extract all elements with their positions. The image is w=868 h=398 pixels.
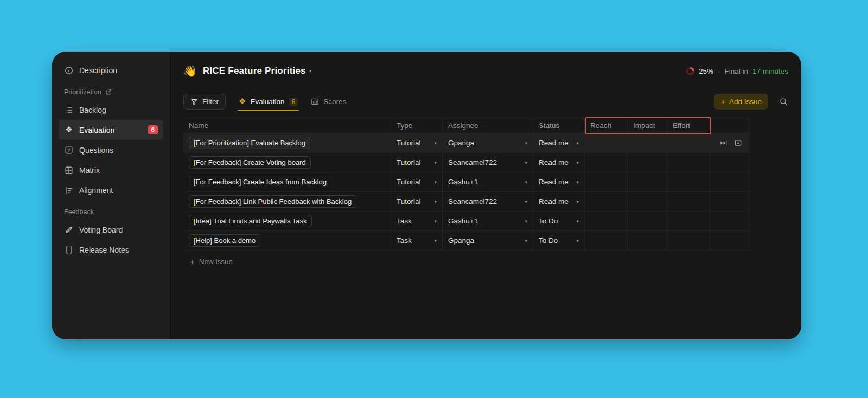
table-row[interactable]: [For Feedback] Create Voting board Tutor… [183,153,749,172]
cell-assignee[interactable]: Gpanga▾ [443,133,533,152]
cell-status[interactable]: Read me▾ [533,172,585,191]
column-header-reach[interactable]: Reach [585,118,628,133]
filter-label: Filter [202,98,219,106]
cell-type[interactable]: Tutorial▾ [391,172,443,191]
main-panel: 👋 RICE Feature Priorities ▾ 25% · Final … [170,52,801,339]
chevron-down-icon: ▾ [576,238,579,243]
cell-reach[interactable] [585,153,628,172]
sidebar-item-matrix[interactable]: Matrix [59,160,163,180]
cell-reach[interactable] [585,192,628,211]
cell-assignee[interactable]: Gpanga▾ [443,231,533,250]
status-value: Read me [539,139,569,147]
cell-impact[interactable] [628,133,667,152]
cell-name[interactable]: [For Feedback] Link Public Feedback with… [183,192,391,211]
sidebar-item-alignment[interactable]: Alignment [59,180,163,200]
cell-name[interactable]: [Idea] Trial Limits and Paywalls Task [183,211,391,230]
sidebar-item-backlog[interactable]: Backlog [59,100,163,120]
cell-effort[interactable] [667,211,711,230]
cell-assignee[interactable]: Seancamel722▾ [443,153,533,172]
evaluation-count-badge: 6 [148,125,158,135]
issue-name-chip[interactable]: [Help] Book a demo [189,234,260,247]
new-issue-button[interactable]: + New issue [190,258,233,266]
table-row[interactable]: [Help] Book a demo Task▾ Gpanga▾ To Do▾ [183,231,749,251]
column-header-name[interactable]: Name [183,118,391,133]
table-row[interactable]: [For Feedback] Create Ideas from Backlog… [183,172,749,192]
cell-impact[interactable] [628,153,667,172]
cell-effort[interactable] [667,192,711,211]
column-header-status[interactable]: Status [533,118,585,133]
chevron-down-icon: ▾ [525,179,527,185]
cell-assignee[interactable]: Seancamel722▾ [443,192,533,211]
tab-scores[interactable]: Scores [311,93,346,111]
issue-name-chip[interactable]: [For Feedback] Create Voting board [189,156,311,169]
cell-effort[interactable] [667,153,711,172]
skip-forward-icon[interactable] [719,139,727,147]
cell-name[interactable]: [For Feedback] Create Voting board [183,153,391,172]
cell-status[interactable]: Read me▾ [533,153,585,172]
diamonds-icon: ❖ [239,98,246,106]
status-value: Read me [539,197,569,206]
cell-type[interactable]: Tutorial▾ [391,133,443,152]
cell-status[interactable]: Read me▾ [533,133,585,152]
grid-icon [64,165,74,175]
column-header-effort[interactable]: Effort [667,118,711,133]
cell-type[interactable]: Task▾ [391,211,443,230]
cell-reach[interactable] [585,172,628,191]
cell-reach[interactable] [585,133,628,152]
sidebar-item-evaluation[interactable]: ❖ Evaluation 6 [59,120,163,140]
cell-name[interactable]: [For Prioritization] Evaluate Backlog [183,133,391,152]
column-header-assignee[interactable]: Assignee [443,118,533,133]
open-external-icon[interactable] [105,89,112,96]
add-issue-button[interactable]: + Add Issue [714,94,768,110]
cell-type[interactable]: Tutorial▾ [391,192,443,211]
cell-effort[interactable] [667,133,711,152]
column-header-blank [711,118,749,133]
cell-actions [711,211,749,230]
cell-type[interactable]: Task▾ [391,231,443,250]
cell-name[interactable]: [Help] Book a demo [183,231,391,250]
sidebar-item-release-notes[interactable]: Release Notes [59,240,163,260]
table-row[interactable]: [For Prioritization] Evaluate Backlog Tu… [183,133,749,153]
sidebar-item-voting-board[interactable]: Voting Board [59,220,163,240]
cell-status[interactable]: To Do▾ [533,211,585,230]
cell-status[interactable]: To Do▾ [533,231,585,250]
cell-reach[interactable] [585,211,628,230]
move-to-box-icon[interactable] [734,139,742,147]
table-row[interactable]: [Idea] Trial Limits and Paywalls Task Ta… [183,211,749,231]
cell-actions [711,231,749,250]
cell-assignee[interactable]: Gashu+1▾ [443,211,533,230]
chevron-down-icon: ▾ [434,160,437,165]
chevron-down-icon: ▾ [576,140,579,146]
cell-type[interactable]: Tutorial▾ [391,153,443,172]
column-header-impact[interactable]: Impact [628,118,667,133]
deadline-time: 17 minutes [752,67,788,75]
cell-impact[interactable] [628,192,667,211]
issue-name-chip[interactable]: [For Feedback] Create Ideas from Backlog [189,176,331,188]
plus-icon: + [720,98,725,106]
search-icon[interactable] [779,97,788,106]
cell-status[interactable]: Read me▾ [533,192,585,211]
list-icon [64,105,74,115]
cell-effort[interactable] [667,231,711,250]
cell-impact[interactable] [628,172,667,191]
cell-name[interactable]: [For Feedback] Create Ideas from Backlog [183,172,391,191]
cell-impact[interactable] [628,231,667,250]
cell-reach[interactable] [585,231,628,250]
sidebar-item-questions[interactable]: ? Questions [59,140,163,160]
table-row[interactable]: [For Feedback] Link Public Feedback with… [183,192,749,211]
issue-name-chip[interactable]: [Idea] Trial Limits and Paywalls Task [189,215,312,227]
issue-name-chip[interactable]: [For Feedback] Link Public Feedback with… [189,195,356,208]
column-header-type[interactable]: Type [391,118,443,133]
question-box-icon: ? [64,145,74,155]
tab-evaluation[interactable]: ❖ Evaluation 6 [239,93,298,111]
filter-button[interactable]: Filter [183,94,226,110]
cell-effort[interactable] [667,172,711,191]
issue-name-chip[interactable]: [For Prioritization] Evaluate Backlog [189,137,310,149]
issues-table: Name Type Assignee Status Reach Impact E… [183,118,749,251]
cell-assignee[interactable]: Gashu+1▾ [443,172,533,191]
section-label: Prioritization [64,88,101,96]
cell-impact[interactable] [628,211,667,230]
sidebar-item-description[interactable]: Description [59,60,163,80]
cell-actions [711,153,749,172]
chevron-down-icon[interactable]: ▾ [309,68,312,74]
